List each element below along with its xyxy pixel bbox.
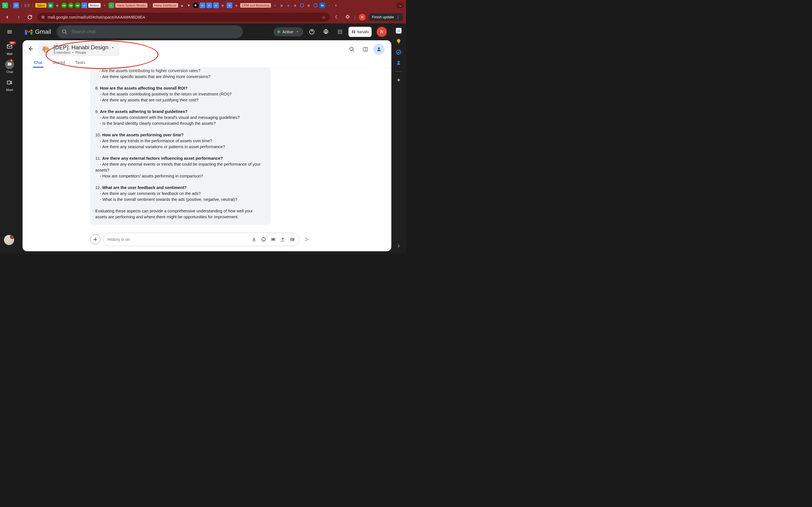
profile-icon[interactable]: h xyxy=(358,13,366,21)
back-button[interactable] xyxy=(3,13,11,21)
nav-meet[interactable]: Meet xyxy=(2,76,17,93)
tab-figma[interactable]: ◆ xyxy=(234,3,239,8)
space-back-button[interactable] xyxy=(26,44,36,54)
settings-icon[interactable] xyxy=(320,26,332,38)
url-bar[interactable]: ⚙ mail.google.com/mail/u/0/#chat/space/A… xyxy=(37,13,329,22)
space-title-button[interactable]: 🎨 [DEP]: Hanabi Design 6 members • Priva… xyxy=(38,43,119,56)
brand-pill-text: hanabi xyxy=(357,30,369,34)
reload-button[interactable] xyxy=(26,13,34,21)
tab-google-2[interactable] xyxy=(313,3,318,8)
tab-chat[interactable]: Chat xyxy=(33,58,43,68)
emoji-icon[interactable] xyxy=(261,237,266,242)
tab-generic-7[interactable]: ◈ xyxy=(272,3,278,8)
workspace-brand[interactable]: hanabi xyxy=(349,27,371,37)
tab-check[interactable]: ✓ xyxy=(109,3,114,8)
account-avatar[interactable]: h xyxy=(377,27,387,37)
gmail-logo[interactable]: Gmail xyxy=(25,28,51,36)
tab-generic-5[interactable]: ✱ xyxy=(193,3,199,8)
msg-line: - Are there any user comments or feedbac… xyxy=(95,191,266,196)
space-tabs: Chat Shared Tasks xyxy=(22,56,391,68)
contacts-addon-icon[interactable] xyxy=(395,59,402,66)
search-bar[interactable] xyxy=(57,25,243,38)
support-icon[interactable] xyxy=(306,26,317,38)
tab-calendar[interactable]: 26 xyxy=(13,3,19,8)
moon-icon[interactable]: ☾ xyxy=(333,13,341,21)
send-button[interactable] xyxy=(302,234,312,244)
calendar-addon-icon[interactable]: 31 xyxy=(395,27,402,34)
get-addons-button[interactable] xyxy=(395,76,402,83)
tab-generic-2[interactable]: ✦ xyxy=(102,3,107,8)
apps-icon[interactable] xyxy=(335,26,346,38)
tab-docs-2[interactable]: ≡ xyxy=(200,3,205,8)
gif-icon[interactable]: GIF xyxy=(270,237,276,242)
tab-crm[interactable]: CRM and Marketing xyxy=(240,3,271,8)
forward-button[interactable] xyxy=(15,13,22,21)
tab-upwork-2[interactable]: up xyxy=(68,3,73,8)
tab-upwork-1[interactable]: up xyxy=(61,3,67,8)
compose-box[interactable]: GIF xyxy=(103,233,299,246)
tab-docs-1[interactable]: ≡ xyxy=(82,3,87,8)
tab-sheets[interactable]: ▦ xyxy=(48,3,53,8)
nav-meet-label: Meet xyxy=(6,88,13,92)
new-tab-button[interactable]: + xyxy=(333,3,339,8)
bookmark-icon[interactable]: ☆ xyxy=(322,15,326,19)
members-panel-button[interactable] xyxy=(373,44,385,55)
left-navigation-rail: 99+ Mail 1 Chat Meet xyxy=(0,23,19,253)
svg-point-9 xyxy=(341,30,342,31)
tab-hana-interfaces[interactable]: Hana Interfaces xyxy=(153,3,178,8)
tasks-addon-icon[interactable] xyxy=(395,49,402,55)
tab-sales[interactable]: Sales xyxy=(35,3,47,8)
tab-generic-9[interactable]: ◉ xyxy=(286,3,291,8)
tab-notion[interactable]: Notion xyxy=(88,3,101,8)
main-menu-button[interactable] xyxy=(4,26,15,38)
search-icon xyxy=(62,29,67,35)
compose-add-button[interactable] xyxy=(90,234,100,244)
status-chip[interactable]: Active xyxy=(273,27,303,36)
collapse-panel-button[interactable] xyxy=(396,243,401,248)
tab-generic-3[interactable]: ▲ xyxy=(179,3,185,8)
tab-generic-10[interactable]: ◉ xyxy=(292,3,298,8)
tab-generic-4[interactable]: ▼ xyxy=(186,3,192,8)
msg-line: - Are there any seasonal variations or p… xyxy=(95,144,266,150)
tab-docs-3[interactable]: ≡ xyxy=(206,3,212,8)
tab-generic-6[interactable]: ◉ xyxy=(220,3,225,8)
tab-tasks[interactable]: Tasks xyxy=(74,58,87,68)
tab-hana-monitor[interactable]: Hana System Monito xyxy=(115,3,147,8)
format-icon[interactable] xyxy=(251,237,257,242)
tab-upwork-3[interactable]: up xyxy=(75,3,80,8)
msg-line: - Are the assets contributing positively… xyxy=(95,91,266,97)
compose-input[interactable] xyxy=(107,237,251,242)
upload-icon[interactable] xyxy=(280,237,286,242)
svg-point-6 xyxy=(325,31,327,33)
finish-update-button[interactable]: Finish update ⋮ xyxy=(369,13,403,21)
keep-addon-icon[interactable] xyxy=(395,38,402,45)
tab-docs-4[interactable]: ≡ xyxy=(213,3,219,8)
tab-generic-12[interactable]: ● xyxy=(326,3,332,8)
tab-docs-5[interactable]: ≡ xyxy=(227,3,232,8)
extensions-icon[interactable] xyxy=(344,13,352,21)
message-area[interactable]: - Are the assets contributing to higher … xyxy=(22,68,391,229)
search-input[interactable] xyxy=(71,29,238,34)
update-label: Finish update xyxy=(372,15,394,19)
svg-rect-19 xyxy=(363,47,368,51)
msg-question: 8. How are the assets affecting the over… xyxy=(95,86,266,91)
tab-generic-1[interactable]: ◉ xyxy=(54,3,60,8)
tab-shared[interactable]: Shared xyxy=(51,58,66,68)
svg-point-7 xyxy=(338,30,339,31)
nav-chat[interactable]: 1 Chat xyxy=(2,58,17,75)
tab-generic-11[interactable]: ◉ xyxy=(306,3,312,8)
tab-overflow-button[interactable]: ⌄ xyxy=(396,3,404,8)
video-icon[interactable] xyxy=(290,237,295,242)
tab-google-1[interactable] xyxy=(299,3,305,8)
tab-whatsapp[interactable]: 4 xyxy=(2,3,8,8)
mail-badge: 99+ xyxy=(9,41,16,45)
site-settings-icon[interactable]: ⚙ xyxy=(41,15,45,19)
msg-question: 12. What are the user feedback and senti… xyxy=(95,185,266,191)
search-in-space-button[interactable] xyxy=(346,44,357,55)
tab-generic-8[interactable]: ◉ xyxy=(279,3,285,8)
nav-mail[interactable]: 99+ Mail xyxy=(2,40,17,57)
tab-linkedin[interactable]: in xyxy=(319,3,325,8)
floating-chat-avatar[interactable] xyxy=(4,235,14,245)
tab-gmail-active[interactable] xyxy=(24,3,30,8)
toggle-panel-button[interactable] xyxy=(360,44,371,55)
